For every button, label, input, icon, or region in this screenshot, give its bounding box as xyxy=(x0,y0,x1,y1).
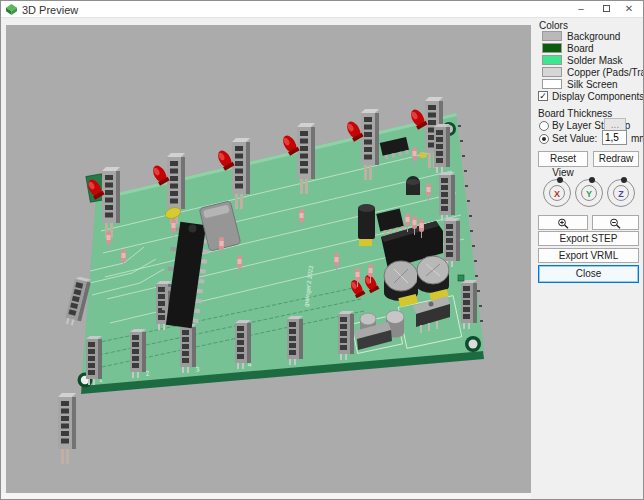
thickness-value-input[interactable] xyxy=(602,130,627,145)
thickness-unit-label: mm xyxy=(631,133,644,144)
3d-preview-window: 3D Preview – ✕ xyxy=(0,0,644,500)
colors-heading: Colors xyxy=(539,20,568,31)
display-components-label: Display Components xyxy=(552,91,644,102)
board-color-swatch[interactable] xyxy=(542,43,562,53)
background-color-label: Background xyxy=(567,31,620,42)
to92-transistor xyxy=(406,176,420,195)
pcb-render: grainger'2 2022 1 2 3 4 xyxy=(6,25,531,493)
restore-icon xyxy=(603,5,610,12)
background-color-swatch[interactable] xyxy=(542,31,562,41)
copper-color-swatch[interactable] xyxy=(542,67,562,77)
app-icon xyxy=(6,4,17,15)
silk-screen-color-swatch[interactable] xyxy=(542,79,562,89)
window-title: 3D Preview xyxy=(22,4,78,16)
display-components-checkbox[interactable]: ✓ xyxy=(538,91,548,101)
green-pad xyxy=(458,275,464,281)
zoom-out-icon xyxy=(609,218,622,229)
reset-view-button[interactable]: Reset View xyxy=(538,151,588,167)
title-bar: 3D Preview – ✕ xyxy=(1,1,643,18)
zoom-in-button[interactable] xyxy=(538,215,588,230)
restore-button[interactable] xyxy=(596,1,616,17)
dial-knob xyxy=(621,177,627,183)
close-window-button[interactable]: ✕ xyxy=(619,1,639,17)
minimize-button[interactable]: – xyxy=(571,1,591,17)
window-footer xyxy=(1,493,531,500)
small-yellow-cap xyxy=(419,152,427,158)
electrolytic-capacitor xyxy=(417,256,449,293)
zoom-out-button[interactable] xyxy=(592,215,639,230)
board-color-label: Board xyxy=(567,43,594,54)
redraw-button[interactable]: Redraw xyxy=(593,151,639,167)
rotate-z-dial[interactable]: Z xyxy=(607,179,635,207)
board-thickness-heading: Board Thickness xyxy=(538,108,612,119)
export-vrml-button[interactable]: Export VRML xyxy=(538,248,639,263)
control-panel: Colors Background Board Solder Mask Copp… xyxy=(531,18,644,500)
export-step-button[interactable]: Export STEP xyxy=(538,231,639,246)
rotate-y-dial[interactable]: Y xyxy=(575,179,603,207)
solder-mask-color-label: Solder Mask xyxy=(567,55,623,66)
radio-selected-dot xyxy=(542,137,546,141)
z-axis-label: Z xyxy=(613,185,629,201)
rotate-x-dial[interactable]: X xyxy=(543,179,571,207)
zoom-in-icon xyxy=(557,218,570,229)
copper-color-label: Copper (Pads/Traces) xyxy=(567,67,644,78)
close-button[interactable]: Close xyxy=(538,265,639,283)
3d-viewport[interactable]: grainger'2 2022 1 2 3 4 xyxy=(6,25,531,493)
y-axis-label: Y xyxy=(581,185,597,201)
dial-knob xyxy=(557,177,563,183)
by-layer-stackup-radio[interactable] xyxy=(539,121,549,131)
dial-knob xyxy=(589,177,595,183)
solder-mask-color-swatch[interactable] xyxy=(542,55,562,65)
set-value-radio[interactable] xyxy=(539,134,549,144)
silk-screen-color-label: Silk Screen xyxy=(567,79,618,90)
set-value-label: Set Value: xyxy=(552,133,597,144)
x-axis-label: X xyxy=(549,185,565,201)
